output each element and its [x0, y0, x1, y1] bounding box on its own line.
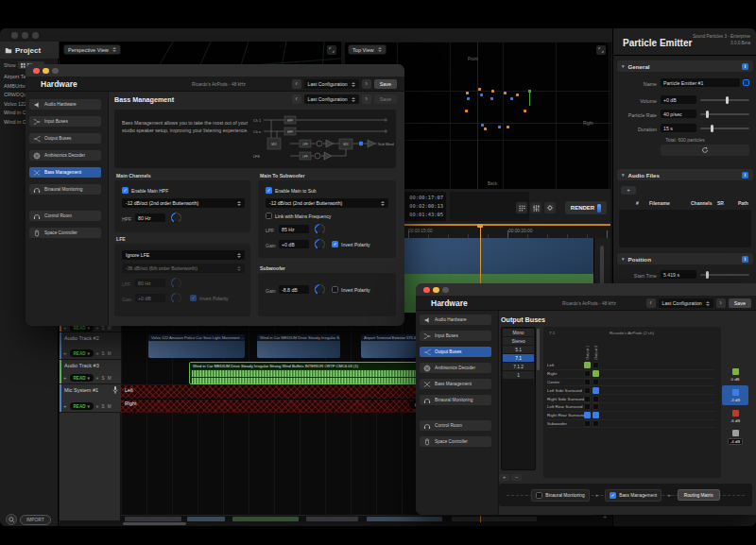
track-menu-icon[interactable]: ≡	[96, 326, 99, 331]
nav-bass-management[interactable]: Bass Management	[420, 379, 491, 389]
lfe-slope-dropdown[interactable]: -36 dB/oct (6th order Butterworth)	[122, 264, 245, 273]
matrix-cell[interactable]	[584, 396, 591, 402]
main-slope-dropdown[interactable]: -12 dB/oct (2nd order Butterworth)	[122, 198, 245, 208]
matrix-cell[interactable]	[593, 379, 599, 385]
nav-space-controller[interactable]: Space Controller	[420, 436, 491, 447]
matrix-cell[interactable]	[593, 403, 599, 410]
minimize-icon[interactable]	[22, 32, 28, 39]
nav-ambisonics-decoder[interactable]: Ambisonics Decoder	[29, 150, 101, 161]
search-button[interactable]	[6, 514, 17, 525]
top-view-selector[interactable]: Top View	[348, 44, 387, 55]
mute-button[interactable]: M	[108, 351, 112, 356]
nav-audio-hardware[interactable]: Audio Hardware	[420, 315, 491, 325]
mute-button[interactable]: M	[108, 326, 112, 331]
name-automation-toggle[interactable]	[743, 79, 749, 86]
matrix-cell[interactable]	[584, 370, 591, 377]
close-icon[interactable]	[33, 68, 40, 75]
matrix-cell[interactable]	[584, 420, 591, 427]
info-icon[interactable]: i	[742, 172, 748, 179]
m2s-slope-dropdown[interactable]: -12 dB/oct (2nd order Butterworth)	[266, 198, 388, 208]
solo-button[interactable]: S	[102, 376, 105, 381]
gain-entry[interactable]: -4 dB	[722, 427, 748, 447]
checkbox-checked[interactable]	[610, 492, 616, 499]
horizontal-scrollbar[interactable]	[121, 522, 593, 526]
window-titlebar[interactable]	[416, 283, 756, 296]
nav-binaural-monitoring[interactable]: Binaural Monitoring	[29, 184, 101, 195]
checkbox-checked[interactable]	[332, 241, 338, 247]
name-field[interactable]: Particle Emitter #1	[661, 78, 740, 87]
nav-binaural-monitoring[interactable]: Binaural Monitoring	[420, 395, 491, 405]
audio-clip[interactable]: Wind in Car MEDIUM Drive Steady Irregula…	[257, 334, 340, 358]
prev-config-button[interactable]: ‹	[292, 79, 301, 89]
link-mains-row[interactable]: Link with Mains Frequency	[266, 213, 331, 219]
zoom-icon[interactable]	[32, 32, 39, 39]
track-header[interactable]: Mic System #1 +READ▾≡SM	[60, 384, 121, 413]
automation-mode-button[interactable]: READ▾	[70, 374, 94, 382]
gain-entry[interactable]: 0 dB	[722, 365, 748, 384]
track-header-partial[interactable]: +READ▾≡SM	[60, 326, 121, 332]
zoom-icon[interactable]	[52, 68, 59, 75]
bus-item[interactable]: 7.1.2	[503, 363, 534, 370]
matrix-cell[interactable]	[593, 362, 599, 368]
matrix-cell[interactable]	[593, 420, 599, 427]
nav-input-buses[interactable]: Input Buses	[420, 331, 491, 341]
dots-grid-icon[interactable]	[516, 202, 527, 213]
gain-entry[interactable]: -6 dB	[722, 406, 748, 426]
lfe-gain-value[interactable]: +0 dB	[135, 294, 165, 302]
gear-icon[interactable]	[544, 202, 556, 213]
bus-item[interactable]: Stereo	[503, 337, 534, 345]
config-dropdown[interactable]: Last Configuration	[304, 79, 359, 89]
nav-ambisonics-decoder[interactable]: Ambisonics Decoder	[420, 363, 491, 373]
add-clip-button[interactable]: +	[63, 375, 67, 381]
nav-output-buses[interactable]: Output Buses	[420, 347, 491, 357]
close-icon[interactable]	[423, 287, 430, 294]
nav-bass-management[interactable]: Bass Management	[29, 167, 101, 178]
m2s-lpf-knob[interactable]	[315, 224, 325, 234]
remove-bus-button[interactable]: −	[511, 474, 522, 481]
lfe-lpf-knob[interactable]	[171, 278, 181, 288]
enable-main-to-sub-row[interactable]: Enable Main to Sub	[266, 187, 317, 194]
matrix-cell[interactable]	[584, 412, 591, 418]
add-bus-button[interactable]: +	[499, 474, 509, 481]
matrix-cell[interactable]	[584, 403, 591, 410]
playhead[interactable]	[480, 224, 481, 283]
m2s-lpf-value[interactable]: 85 Hz	[279, 225, 309, 233]
bass-management-toggle[interactable]: Bass Management	[605, 489, 662, 502]
duration-slider[interactable]	[700, 128, 749, 129]
window-titlebar[interactable]	[26, 64, 404, 77]
bus-item[interactable]: 7.1	[503, 354, 534, 362]
perspective-view-selector[interactable]: Perspective View	[63, 44, 121, 55]
automation-mode-button[interactable]: READ▾	[70, 402, 94, 410]
checkbox-unchecked[interactable]	[536, 492, 542, 499]
nav-output-buses[interactable]: Output Buses	[29, 133, 101, 144]
mute-button[interactable]: M	[108, 404, 112, 409]
gain-entry[interactable]: -3 dB	[722, 385, 748, 405]
prev-config-button[interactable]: ‹	[646, 298, 656, 308]
bus-scrollbar[interactable]	[537, 329, 540, 370]
m2s-invert-row[interactable]: Invert Polarity	[332, 241, 370, 247]
matrix-cell[interactable]	[593, 396, 599, 402]
minimize-icon[interactable]	[43, 68, 49, 75]
audio-clip[interactable]: Airport Terminal Exterior 575 000 ...	[361, 334, 416, 358]
checkbox-unchecked[interactable]	[332, 286, 338, 293]
mixer-icon[interactable]	[530, 202, 541, 213]
automation-mode-button[interactable]: READ▾	[70, 349, 94, 357]
rate-slider[interactable]	[700, 113, 749, 115]
next-config-button[interactable]: ›	[362, 94, 371, 104]
binaural-monitoring-toggle[interactable]: Binaural Monitoring	[531, 489, 589, 502]
next-config-button[interactable]: ›	[716, 298, 726, 308]
config-dropdown[interactable]: Last Configuration	[659, 298, 713, 308]
nav-input-buses[interactable]: Input Buses	[29, 116, 101, 127]
minimize-icon[interactable]	[433, 287, 439, 294]
start-time-field[interactable]: 5.419 s	[661, 270, 696, 279]
section-position[interactable]: ▾ Position i	[617, 253, 753, 264]
playhead-cap[interactable]	[477, 224, 483, 228]
section-audio-files[interactable]: ▾ Audio Files i	[617, 169, 753, 180]
bus-item[interactable]: 1	[503, 371, 534, 379]
hpf-value[interactable]: 80 Hz	[135, 213, 165, 222]
save-button[interactable]: Save	[374, 94, 397, 104]
nav-control-room[interactable]: Control Room	[420, 420, 491, 431]
track-menu-icon[interactable]: ≡	[96, 404, 99, 409]
sub-gain-knob[interactable]	[315, 284, 325, 295]
solo-button[interactable]: S	[102, 351, 105, 356]
